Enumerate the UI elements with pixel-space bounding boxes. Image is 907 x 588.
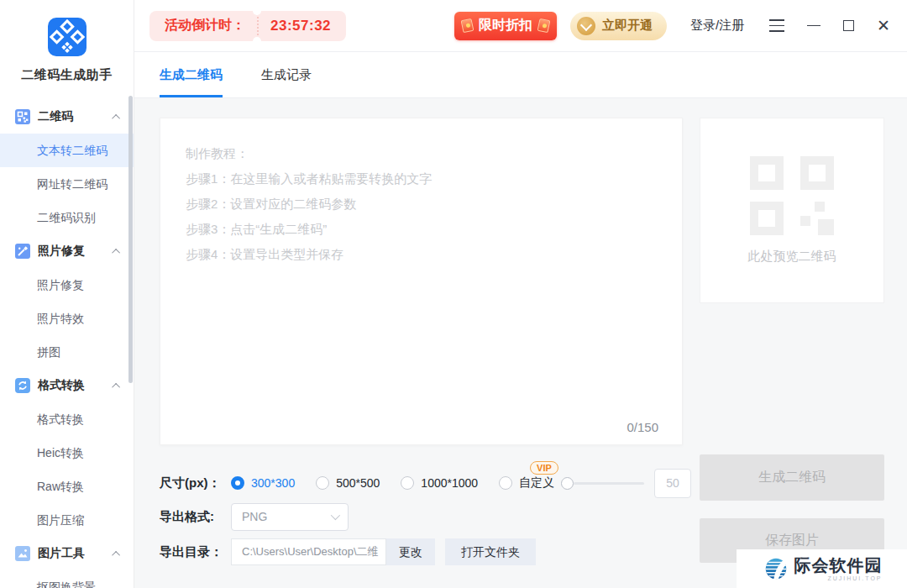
export-format-row: 导出格式: PNG — [160, 502, 349, 531]
countdown-time: 23:57:32 — [270, 18, 331, 34]
photo-repair-icon — [15, 244, 30, 259]
preview-placeholder-text: 此处预览二维码 — [748, 249, 836, 265]
activate-vip-button[interactable]: 立即开通 — [570, 12, 667, 40]
qrcode-icon — [15, 109, 30, 124]
sidebar-item-url-to-qrcode[interactable]: 网址转二维码 — [0, 167, 134, 201]
size-option-300[interactable]: 300*300 — [231, 476, 295, 490]
sidebar-group-image-tools[interactable]: 图片工具 — [0, 537, 134, 570]
limited-discount-button[interactable]: 限时折扣 — [454, 12, 557, 40]
minimize-button[interactable] — [807, 25, 820, 27]
chevron-down-icon — [331, 511, 340, 520]
group-label: 格式转换 — [38, 378, 114, 393]
export-dir-input[interactable]: C:\Users\User\Desktop\二维 — [231, 538, 386, 565]
change-dir-button[interactable]: 更改 — [386, 538, 435, 565]
window-controls: ✕ — [769, 18, 890, 34]
ticket-notch — [253, 7, 261, 15]
slider-track — [574, 482, 644, 485]
text-input-area[interactable]: 制作教程： 步骤1：在这里输入或者粘贴需要转换的文字 步骤2：设置对应的二维码参… — [160, 118, 683, 445]
sidebar-group-qrcode[interactable]: 二维码 — [0, 100, 134, 134]
vip-gem-icon — [577, 17, 595, 35]
sidebar-item-collage[interactable]: 拼图 — [0, 335, 134, 369]
sidebar-item-heic-convert[interactable]: Heic转换 — [0, 436, 134, 470]
sidebar-scrollbar[interactable] — [128, 96, 133, 383]
discount-label: 限时折扣 — [479, 17, 532, 34]
size-option-custom[interactable]: 自定义 VIP — [499, 475, 554, 491]
char-counter: 0/150 — [627, 420, 658, 434]
open-folder-button[interactable]: 打开文件夹 — [445, 538, 536, 565]
tab-generate-history[interactable]: 生成记录 — [261, 52, 312, 97]
radio-icon — [499, 476, 512, 490]
sidebar: 二维码生成助手 二维码 文本转二维码 网址转二维码 二维码识别 — [0, 0, 134, 588]
radio-label: 300*300 — [251, 476, 295, 490]
size-setting-row: 尺寸(px)： 300*300 500*500 1000*1000 自定义 VI… — [160, 466, 691, 500]
watermark: 际会软件园 ZUJIHUI.TOP — [737, 549, 907, 588]
radio-label: 自定义 — [519, 475, 554, 491]
qrcode-placeholder-icon — [750, 156, 834, 235]
custom-size-input[interactable]: 50 — [654, 469, 691, 498]
red-envelope-icon — [460, 18, 474, 33]
size-option-1000[interactable]: 1000*1000 — [401, 476, 478, 490]
ticket-notch — [253, 37, 261, 45]
sidebar-item-raw-convert[interactable]: Raw转换 — [0, 470, 134, 503]
slider-handle[interactable] — [561, 477, 574, 490]
maximize-button[interactable] — [843, 20, 854, 31]
content-area: 制作教程： 步骤1：在这里输入或者粘贴需要转换的文字 步骤2：设置对应的二维码参… — [134, 98, 907, 588]
watermark-text: 际会软件园 ZUJIHUI.TOP — [794, 557, 883, 581]
radio-icon — [231, 476, 244, 490]
select-value: PNG — [242, 510, 267, 523]
radio-icon — [316, 476, 329, 490]
menu-icon[interactable] — [769, 19, 784, 31]
placeholder-line: 步骤1：在这里输入或者粘贴需要转换的文字 — [186, 166, 657, 192]
watermark-domain: ZUJIHUI.TOP — [794, 575, 883, 581]
main-column: 活动倒计时： 23:57:32 限时折扣 立即开通 登录/注册 — [134, 0, 907, 588]
titlebar-right: 限时折扣 立即开通 登录/注册 ✕ — [454, 12, 890, 40]
close-button[interactable]: ✕ — [877, 18, 890, 34]
group-label: 照片修复 — [38, 244, 114, 259]
export-dir-label: 导出目录： — [160, 544, 231, 560]
group-label: 图片工具 — [38, 546, 114, 561]
sidebar-group-photo-repair[interactable]: 照片修复 — [0, 234, 134, 268]
sidebar-item-photo-repair[interactable]: 照片修复 — [0, 268, 134, 302]
app-logo-icon — [48, 18, 87, 56]
placeholder-line: 步骤3：点击“生成二维码” — [186, 217, 657, 242]
tab-bar: 生成二维码 生成记录 — [134, 52, 907, 98]
qrcode-preview-panel: 此处预览二维码 — [700, 118, 884, 303]
login-register-link[interactable]: 登录/注册 — [690, 18, 744, 34]
sidebar-item-photo-effects[interactable]: 照片特效 — [0, 302, 134, 335]
group-label: 二维码 — [38, 109, 114, 124]
sidebar-item-image-compress[interactable]: 图片压缩 — [0, 503, 134, 537]
size-option-500[interactable]: 500*500 — [316, 476, 380, 490]
image-tools-icon — [15, 546, 30, 561]
radio-icon — [401, 476, 414, 490]
app-title: 二维码生成助手 — [0, 67, 134, 83]
placeholder-line: 步骤2：设置对应的二维码参数 — [186, 192, 657, 217]
export-dir-row: 导出目录： C:\Users\User\Desktop\二维 更改 打开文件夹 — [160, 538, 536, 566]
radio-label: 1000*1000 — [421, 476, 478, 490]
vip-badge: VIP — [530, 461, 558, 475]
sidebar-item-qrcode-recognize[interactable]: 二维码识别 — [0, 201, 134, 234]
app-window: 二维码生成助手 二维码 文本转二维码 网址转二维码 二维码识别 — [0, 0, 907, 588]
export-format-select[interactable]: PNG — [231, 503, 349, 531]
logo-area: 二维码生成助手 — [0, 0, 134, 100]
generate-qrcode-button[interactable]: 生成二维码 — [700, 454, 884, 501]
sidebar-item-text-to-qrcode[interactable]: 文本转二维码 — [0, 134, 134, 167]
size-label: 尺寸(px)： — [160, 475, 231, 491]
export-format-label: 导出格式: — [160, 509, 231, 525]
globe-icon — [762, 554, 790, 583]
watermark-name: 际会软件园 — [794, 557, 883, 574]
ticket-divider — [257, 17, 259, 35]
sidebar-item-cutout-background[interactable]: 抠图换背景 — [0, 570, 134, 588]
vip-label: 立即开通 — [602, 18, 653, 34]
red-envelope-icon — [537, 18, 550, 33]
countdown-label: 活动倒计时： — [165, 17, 245, 34]
countdown-ticket: 活动倒计时： 23:57:32 — [149, 11, 346, 41]
sidebar-group-format-convert[interactable]: 格式转换 — [0, 369, 134, 402]
radio-label: 500*500 — [336, 476, 380, 490]
placeholder-line: 制作教程： — [186, 141, 657, 166]
size-slider[interactable] — [561, 477, 644, 490]
placeholder-line: 步骤4：设置导出类型并保存 — [186, 242, 657, 267]
sidebar-item-format-convert[interactable]: 格式转换 — [0, 402, 134, 436]
format-convert-icon — [15, 378, 30, 393]
title-bar: 活动倒计时： 23:57:32 限时折扣 立即开通 登录/注册 — [134, 0, 907, 52]
tab-generate-qrcode[interactable]: 生成二维码 — [160, 52, 223, 97]
